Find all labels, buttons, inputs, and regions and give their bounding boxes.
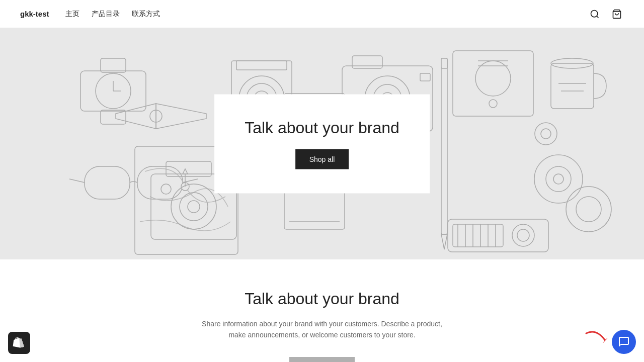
svg-point-0: [591, 10, 598, 17]
nav-contact[interactable]: 联系方式: [132, 10, 160, 19]
shopify-icon: [12, 336, 26, 350]
shop-all-button[interactable]: Shop all: [295, 149, 349, 169]
nav-catalog[interactable]: 产品目录: [92, 10, 120, 19]
shopify-badge[interactable]: [8, 332, 30, 354]
nav-home[interactable]: 主页: [65, 10, 79, 19]
svg-rect-32: [441, 58, 447, 68]
arrow-icon: [584, 326, 609, 346]
search-button[interactable]: [588, 7, 602, 21]
hero-card: Talk about your brand Shop all: [214, 95, 430, 194]
brand-section: Talk about your brand Share information …: [0, 259, 644, 362]
cart-button[interactable]: [610, 7, 624, 21]
site-header: gkk-test 主页 产品目录 联系方式: [0, 0, 644, 28]
header-icons: [588, 7, 624, 21]
chat-button[interactable]: [612, 330, 636, 354]
brand-description: Share information about your brand with …: [196, 318, 448, 341]
cart-icon: [612, 9, 622, 19]
search-icon: [590, 9, 600, 19]
hero-title: Talk about your brand: [245, 119, 399, 137]
brand-title: Talk about your brand: [20, 290, 624, 308]
arrow-indicator: [584, 326, 609, 348]
site-logo[interactable]: gkk-test: [20, 10, 49, 18]
brand-cta-button[interactable]: Button label: [289, 357, 355, 362]
svg-line-1: [597, 16, 599, 18]
chat-icon: [618, 336, 630, 348]
hero-section: Talk about your brand Shop all: [0, 28, 644, 259]
main-nav: 主页 产品目录 联系方式: [65, 10, 588, 19]
